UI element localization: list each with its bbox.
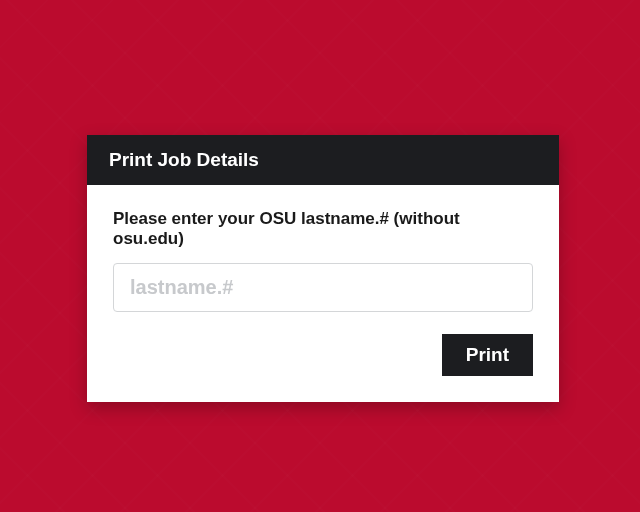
print-button[interactable]: Print [442,334,533,376]
dialog-body: Please enter your OSU lastname.# (withou… [87,185,559,402]
username-prompt: Please enter your OSU lastname.# (withou… [113,209,533,249]
print-job-dialog: Print Job Details Please enter your OSU … [87,135,559,402]
dialog-actions: Print [113,334,533,376]
dialog-title: Print Job Details [87,135,559,185]
username-input[interactable] [113,263,533,312]
